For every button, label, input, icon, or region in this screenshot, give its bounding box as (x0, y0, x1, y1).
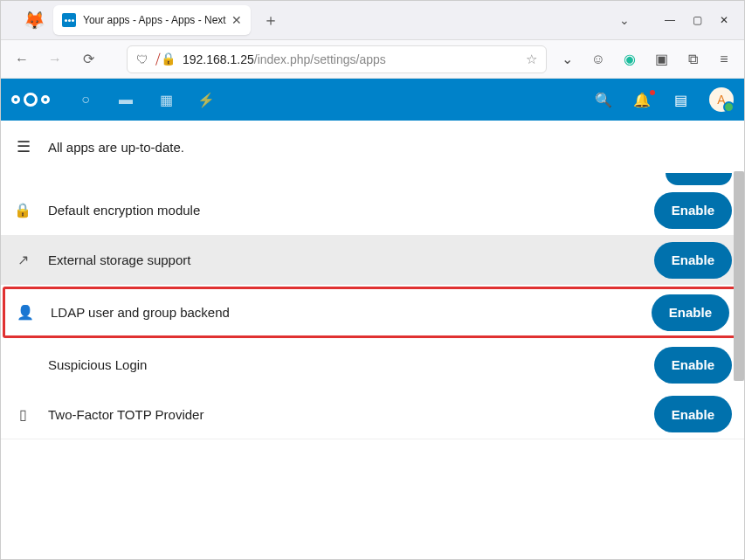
app-name-label: Suspicious Login (48, 357, 638, 372)
enable-button[interactable]: Enable (654, 396, 732, 432)
app-name-label: External storage support (48, 252, 638, 267)
activity-icon[interactable]: ⚡ (197, 92, 216, 108)
device-icon: ▯ (13, 406, 32, 423)
bookmark-star-icon[interactable]: ☆ (526, 52, 537, 67)
pocket-icon[interactable]: ⌄ (555, 51, 578, 67)
back-button[interactable]: ← (10, 52, 34, 67)
app-row-totp[interactable]: ▯ Two-Factor TOTP Provider Enable (1, 390, 744, 439)
app-row-external-storage[interactable]: ↗ External storage support Enable (1, 235, 744, 285)
files-icon[interactable]: ▬ (116, 92, 135, 107)
enable-button[interactable]: Enable (654, 242, 732, 279)
nextcloud-favicon-icon (62, 13, 76, 27)
app-name-label: LDAP user and group backend (51, 305, 636, 320)
app-row-ldap[interactable]: 👤 LDAP user and group backend Enable (3, 287, 742, 337)
lock-icon: 🔒 (13, 202, 32, 218)
app-name-label: Two-Factor TOTP Provider (48, 407, 638, 422)
contacts-icon[interactable]: ▤ (671, 92, 690, 108)
external-link-icon: ↗ (13, 252, 32, 268)
menu-toggle-icon[interactable]: ☰ (17, 137, 31, 156)
enable-button[interactable]: Enable (652, 294, 729, 331)
avatar-initial: A (717, 93, 725, 107)
notifications-icon[interactable]: 🔔 (632, 92, 652, 108)
lock-insecure-icon: ⧸🔒 (155, 52, 176, 66)
reload-button[interactable]: ⟳ (76, 51, 100, 67)
extension-green-icon[interactable]: ◉ (618, 51, 641, 67)
scrollbar-thumb[interactable] (734, 171, 744, 381)
person-icon: 👤 (16, 304, 35, 321)
close-tab-icon[interactable]: ✕ (231, 13, 242, 27)
enable-button-partial[interactable] (666, 173, 732, 185)
minimize-window-icon[interactable]: — (665, 14, 675, 26)
firefox-icon: 🦊 (24, 10, 45, 31)
maximize-window-icon[interactable]: ▢ (693, 14, 702, 26)
forward-button: → (43, 52, 67, 67)
url-text: 192.168.1.25/index.php/settings/apps (183, 52, 519, 66)
new-tab-button[interactable]: ＋ (263, 10, 279, 31)
dashboard-icon[interactable]: ○ (76, 92, 95, 107)
app-menu-icon[interactable]: ≡ (713, 52, 735, 67)
status-text: All apps are up-to-date. (48, 140, 184, 155)
app-row-default-encryption[interactable]: 🔒 Default encryption module Enable (1, 185, 744, 235)
image-icon[interactable]: ▣ (650, 51, 673, 67)
search-icon[interactable]: 🔍 (594, 92, 613, 108)
scrollbar[interactable] (734, 171, 744, 381)
nextcloud-logo-icon[interactable] (11, 93, 50, 107)
extensions-icon[interactable]: ⧉ (681, 52, 704, 67)
close-window-icon[interactable]: ✕ (720, 14, 728, 26)
app-name-label: Default encryption module (48, 203, 638, 218)
address-bar[interactable]: 🛡 ⧸🔒 192.168.1.25/index.php/settings/app… (127, 45, 547, 73)
shield-icon: 🛡 (136, 52, 148, 66)
tab-title: Your apps - Apps - Apps - Next (83, 14, 226, 26)
photos-icon[interactable]: ▦ (156, 92, 176, 108)
browser-tab[interactable]: Your apps - Apps - Apps - Next ✕ (53, 5, 251, 35)
app-row-suspicious-login[interactable]: Suspicious Login Enable (1, 340, 744, 390)
account-icon[interactable]: ☺ (587, 52, 610, 67)
tab-list-dropdown-icon[interactable]: ⌄ (619, 13, 630, 27)
avatar[interactable]: A (709, 87, 734, 112)
enable-button[interactable]: Enable (654, 347, 732, 384)
enable-button[interactable]: Enable (654, 192, 732, 229)
